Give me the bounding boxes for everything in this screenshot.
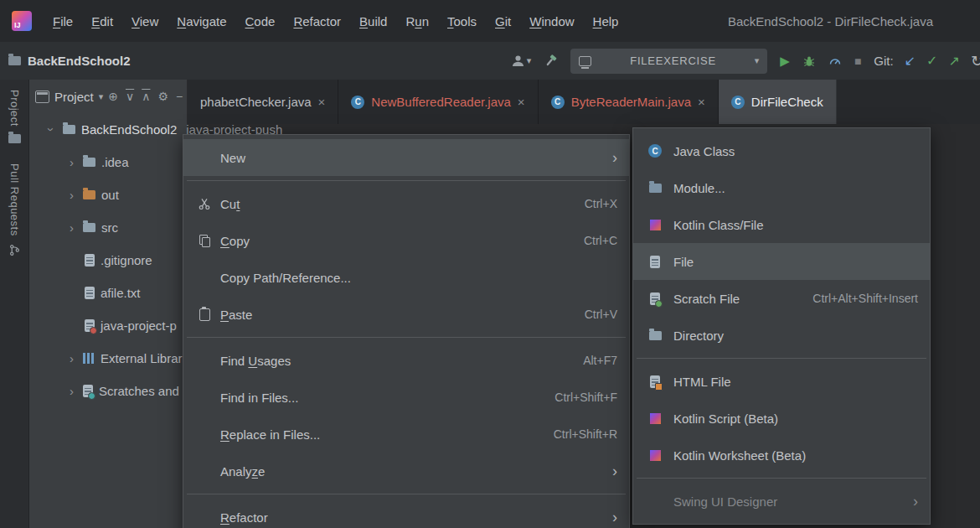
menu-item-label: HTML File [673, 375, 731, 389]
project-tool-icon [8, 134, 21, 143]
profiler-button[interactable] [828, 54, 842, 68]
submenu-item-directory[interactable]: Directory [633, 317, 930, 354]
run-config-selector[interactable]: FILEEXERCISE ▾ [570, 49, 767, 74]
editor-tab-newbufferedreader[interactable]: C NewBufferedReader.java × [338, 80, 538, 124]
tree-label: java-project-p [101, 318, 177, 333]
toolbar-project-widget[interactable]: BackEndSchool2 [8, 54, 131, 68]
submenu-item-java-class[interactable]: C Java Class [633, 132, 930, 169]
submenu-item-file[interactable]: File [633, 243, 930, 280]
hide-panel-icon[interactable]: − [176, 90, 183, 103]
chevron-collapsed-icon[interactable]: › [66, 351, 77, 365]
submenu-item-kotlin-script[interactable]: Kotlin Script (Beta) [633, 400, 930, 437]
refresh-button[interactable]: ↻ [971, 54, 980, 69]
directory-icon [649, 331, 662, 340]
chevron-collapsed-icon[interactable]: › [66, 188, 77, 202]
tree-row-project-root[interactable]: › BackEndSchool2 java-project-push [29, 113, 187, 146]
submenu-item-module[interactable]: Module... [633, 169, 930, 206]
menubar-item-view[interactable]: View [122, 9, 168, 34]
tree-row-scratches[interactable]: › Scratches and C [29, 375, 187, 407]
menu-separator [637, 358, 926, 359]
submenu-item-html-file[interactable]: HTML File [633, 363, 930, 400]
close-icon[interactable]: × [518, 95, 525, 109]
editor-tab-bytereadermain[interactable]: C ByteReaderMain.java × [539, 80, 719, 124]
submenu-item-swing-ui-designer[interactable]: Swing UI Designer › [633, 483, 930, 520]
stripe-tab-pull-requests[interactable]: Pull Requests [8, 160, 21, 260]
menu-separator [187, 180, 626, 181]
menubar-item-navigate[interactable]: Navigate [168, 9, 235, 34]
scratches-icon [83, 385, 93, 397]
user-icon [511, 54, 525, 68]
menubar-item-git[interactable]: Git [486, 9, 520, 34]
debug-button[interactable] [802, 54, 816, 68]
user-profile-button[interactable]: ▾ [511, 54, 532, 68]
libraries-icon [83, 353, 95, 364]
context-menu-item-cut[interactable]: Cut Ctrl+X [183, 185, 629, 222]
context-menu-item-new[interactable]: New › [183, 139, 629, 176]
context-menu-item-refactor[interactable]: Refactor › [183, 499, 629, 528]
context-menu-item-analyze[interactable]: Analyze › [183, 453, 629, 489]
tree-row-idea[interactable]: › .idea [29, 146, 187, 179]
menu-item-label: Cut [220, 197, 240, 211]
expand-all-icon[interactable]: ∨ [126, 90, 134, 103]
context-menu-item-find-usages[interactable]: Find Usages Alt+F7 [183, 342, 629, 379]
chevron-collapsed-icon[interactable]: › [66, 155, 77, 169]
menubar-item-run[interactable]: Run [396, 9, 438, 34]
context-menu-item-paste[interactable]: Paste Ctrl+V [183, 296, 629, 333]
new-submenu: C Java Class Module... Kotlin Class/File… [632, 127, 931, 525]
tree-row-src[interactable]: › src [29, 211, 187, 244]
menubar-item-edit[interactable]: Edit [82, 9, 122, 34]
context-menu-item-copy[interactable]: Copy Ctrl+C [183, 222, 629, 259]
caret-down-icon: ▾ [755, 55, 760, 66]
stop-button[interactable]: ■ [854, 55, 861, 67]
chevron-collapsed-icon[interactable]: › [66, 384, 77, 398]
git-update-button[interactable]: ↙ [905, 54, 916, 68]
menubar-item-tools[interactable]: Tools [438, 9, 486, 34]
git-push-button[interactable]: ↗ [949, 54, 960, 68]
gear-icon[interactable]: ⚙ [157, 90, 168, 103]
tree-row-external-libraries[interactable]: › External Libraries [29, 342, 187, 375]
text-file-icon [85, 287, 95, 299]
java-class-icon: C [731, 96, 745, 109]
run-config-name: FILEEXERCISE [599, 54, 746, 67]
menubar-item-help[interactable]: Help [584, 9, 628, 34]
menubar-item-file[interactable]: File [44, 9, 82, 34]
tree-row-afile[interactable]: afile.txt [29, 277, 187, 309]
editor-tab-alphabetchecker[interactable]: phabetChecker.java × [188, 80, 338, 124]
menu-shortcut: Ctrl+Alt+Shift+Insert [799, 292, 918, 305]
editor-tab-dirfilecheck[interactable]: C DirFileCheck [719, 80, 837, 124]
close-icon[interactable]: × [318, 95, 326, 109]
menubar-item-code[interactable]: Code [236, 9, 285, 34]
submenu-arrow-icon: › [612, 510, 617, 525]
submenu-item-kotlin-worksheet[interactable]: Kotlin Worksheet (Beta) [633, 437, 930, 474]
tab-label: DirFileCheck [751, 95, 823, 109]
context-menu-item-find-in-files[interactable]: Find in Files... Ctrl+Shift+F [183, 379, 629, 416]
tree-label: .idea [101, 155, 129, 169]
stripe-tab-project[interactable]: Project [8, 86, 21, 147]
tree-row-gitignore[interactable]: .gitignore [29, 244, 187, 277]
git-commit-button[interactable]: ✓ [926, 54, 937, 68]
collapse-all-icon[interactable]: ∧ [142, 90, 150, 103]
chevron-collapsed-icon[interactable]: › [66, 220, 77, 235]
close-icon[interactable]: × [698, 95, 705, 109]
tree-row-java-project[interactable]: java-project-p [29, 309, 187, 342]
run-button[interactable]: ▶ [780, 54, 790, 67]
menubar-item-refactor[interactable]: Refactor [284, 9, 350, 34]
kotlin-icon [650, 450, 661, 461]
tree-row-out[interactable]: › out [29, 179, 187, 211]
submenu-item-scratch-file[interactable]: Scratch File Ctrl+Alt+Shift+Insert [633, 280, 930, 317]
caret-down-icon[interactable]: ▾ [99, 91, 104, 102]
submenu-item-kotlin-class[interactable]: Kotlin Class/File [633, 206, 930, 243]
paste-icon [199, 308, 210, 321]
context-menu: New › Cut Ctrl+X Copy Ctrl+C Copy Pa [183, 134, 630, 528]
locate-file-icon[interactable]: ⊕ [108, 90, 118, 103]
menu-shortcut: Alt+F7 [570, 354, 617, 367]
excluded-folder-icon [83, 190, 95, 199]
project-panel-title[interactable]: Project [54, 90, 94, 104]
context-menu-item-replace-in-files[interactable]: Replace in Files... Ctrl+Shift+R [183, 416, 629, 453]
menubar-item-build[interactable]: Build [350, 9, 396, 34]
menu-shortcut: Ctrl+Shift+F [541, 391, 617, 404]
build-button[interactable] [544, 54, 558, 68]
chevron-expanded-icon[interactable]: › [44, 124, 59, 135]
context-menu-item-copy-path[interactable]: Copy Path/Reference... [183, 259, 629, 296]
menubar-item-window[interactable]: Window [520, 9, 583, 34]
